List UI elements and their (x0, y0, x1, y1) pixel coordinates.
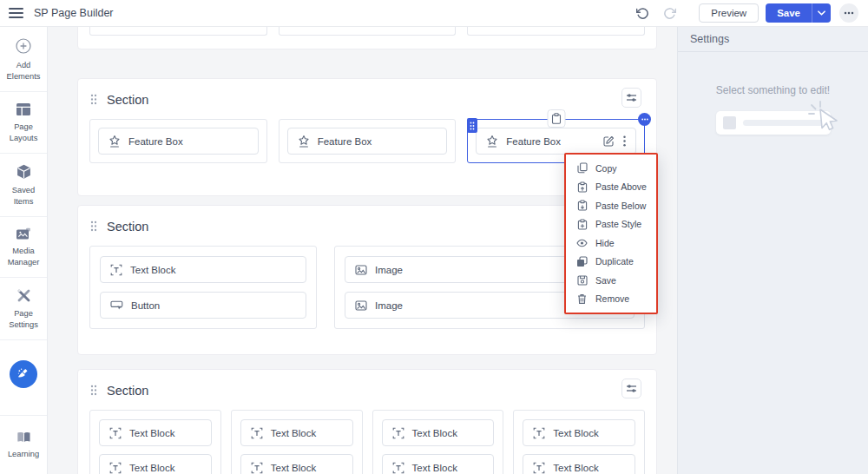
plus-circle-icon (15, 37, 32, 55)
element-label: Text Block (129, 463, 174, 473)
more-options-button[interactable] (839, 3, 858, 23)
context-menu-label: Remove (595, 293, 629, 304)
column-drag-handle-icon[interactable] (467, 118, 477, 133)
element-text-block[interactable]: Text Block (523, 454, 635, 474)
menu-icon[interactable] (9, 8, 23, 18)
cursor-click-icon (808, 100, 843, 140)
duplicate-icon (576, 256, 588, 267)
column[interactable]: Text Block Text Block (231, 410, 363, 474)
section-settings-button[interactable] (621, 88, 641, 108)
sliders-icon (626, 384, 637, 393)
sliders-icon (626, 93, 637, 102)
element-box-partial[interactable] (467, 27, 645, 36)
magic-broom-button[interactable] (10, 360, 37, 388)
button-icon (110, 300, 123, 311)
context-menu-item-save[interactable]: Save (566, 271, 656, 290)
element-label: Text Block (553, 428, 598, 438)
element-text-block[interactable]: Text Block (99, 419, 212, 446)
section-settings-button[interactable] (621, 379, 641, 398)
column[interactable]: Text Block Text Block (513, 410, 645, 474)
context-menu-label: Paste Above (595, 181, 647, 192)
sidebar: Add Elements Page Layouts Saved Items Me… (0, 27, 48, 474)
context-menu-label: Paste Below (595, 201, 646, 211)
media-icon (16, 227, 31, 240)
element-feature-box[interactable]: Feature Box (98, 128, 259, 155)
drag-handle-icon[interactable] (90, 94, 97, 105)
column[interactable]: Text Block Text Block (89, 410, 221, 474)
sidebar-item-page-settings[interactable]: Page Settings (0, 278, 47, 340)
app-title: SP Page Builder (34, 7, 114, 19)
sidebar-item-saved-items[interactable]: Saved Items (0, 154, 47, 217)
context-menu-item-hide[interactable]: Hide (566, 234, 656, 253)
save-dropdown-button[interactable] (812, 3, 831, 23)
text-block-icon (533, 427, 545, 439)
kebab-menu-icon[interactable] (623, 135, 626, 147)
layout-icon (16, 102, 31, 116)
topbar-actions: Preview Save (636, 3, 858, 23)
element-box-partial[interactable] (89, 27, 267, 36)
topbar: SP Page Builder Preview Save (0, 0, 868, 27)
sidebar-item-page-layouts[interactable]: Page Layouts (0, 92, 47, 154)
preview-button[interactable]: Preview (699, 3, 759, 23)
save-button[interactable]: Save (766, 3, 812, 23)
element-label: Button (131, 300, 160, 311)
sidebar-spacer (0, 408, 47, 415)
feature-box-icon (108, 135, 121, 148)
context-menu-label: Duplicate (595, 256, 634, 267)
column[interactable]: Text Block Button (89, 246, 317, 329)
element-feature-box[interactable]: Feature Box (287, 128, 448, 155)
sidebar-item-add-elements[interactable]: Add Elements (0, 27, 47, 92)
text-block-icon (251, 462, 263, 474)
context-menu-label: Hide (595, 238, 615, 248)
column[interactable]: Feature Box (279, 119, 457, 163)
element-box-partial[interactable] (279, 27, 457, 36)
section-header: Section (78, 79, 656, 109)
element-text-block[interactable]: Text Block (240, 454, 353, 474)
element-label: Text Block (271, 463, 316, 473)
element-text-block[interactable]: Text Block (523, 419, 635, 446)
element-text-block[interactable]: Text Block (99, 454, 212, 474)
element-text-block[interactable]: Text Block (382, 419, 495, 446)
element-text-block[interactable]: Text Block (382, 454, 495, 474)
column[interactable]: Text Block Text Block (372, 410, 504, 474)
text-block-icon (109, 427, 122, 439)
settings-panel: Settings Select something to edit! (677, 27, 868, 474)
sidebar-item-learning[interactable]: Learning (0, 415, 47, 474)
sidebar-item-label: Saved Items (3, 185, 44, 207)
element-label: Feature Box (506, 136, 561, 147)
redo-icon[interactable] (663, 7, 676, 20)
element-text-block[interactable]: Text Block (240, 419, 353, 446)
section-partial[interactable] (77, 27, 657, 49)
context-menu-item-paste-above[interactable]: Paste Above (566, 178, 656, 197)
context-menu-item-duplicate[interactable]: Duplicate (566, 253, 656, 272)
context-menu-item-paste-below[interactable]: Paste Below (566, 196, 656, 215)
section-text-blocks[interactable]: Section Text Block Text Block Text Blo (77, 369, 657, 474)
chevron-down-icon (818, 10, 825, 16)
paste-chip-button[interactable] (547, 109, 565, 128)
column[interactable]: Feature Box (89, 119, 267, 163)
feature-box-icon (298, 135, 310, 148)
context-menu-item-paste-style[interactable]: Paste Style (566, 215, 656, 234)
edit-icon[interactable] (603, 135, 615, 147)
element-feature-box-selected[interactable]: Feature Box (476, 128, 636, 155)
sidebar-broom-section (0, 340, 47, 408)
context-menu-item-copy[interactable]: Copy (566, 159, 656, 178)
element-label: Feature Box (318, 136, 372, 147)
ellipsis-icon (844, 11, 854, 15)
image-icon (355, 265, 367, 275)
undo-icon[interactable] (636, 7, 649, 20)
element-button[interactable]: Button (100, 292, 306, 319)
text-block-icon (392, 427, 404, 439)
context-menu-label: Save (595, 275, 616, 286)
context-menu-label: Paste Style (595, 219, 641, 229)
drag-handle-icon[interactable] (90, 221, 97, 232)
context-menu-item-remove[interactable]: Remove (566, 290, 656, 309)
element-label: Text Block (412, 428, 457, 438)
drag-handle-icon[interactable] (90, 385, 97, 396)
column-options-button[interactable] (638, 113, 651, 126)
section-title: Section (107, 220, 148, 234)
element-text-block[interactable]: Text Block (100, 256, 306, 283)
sidebar-item-media-manager[interactable]: Media Manager (0, 217, 47, 278)
sidebar-item-label: Add Elements (3, 60, 44, 82)
text-block-icon (110, 264, 122, 276)
